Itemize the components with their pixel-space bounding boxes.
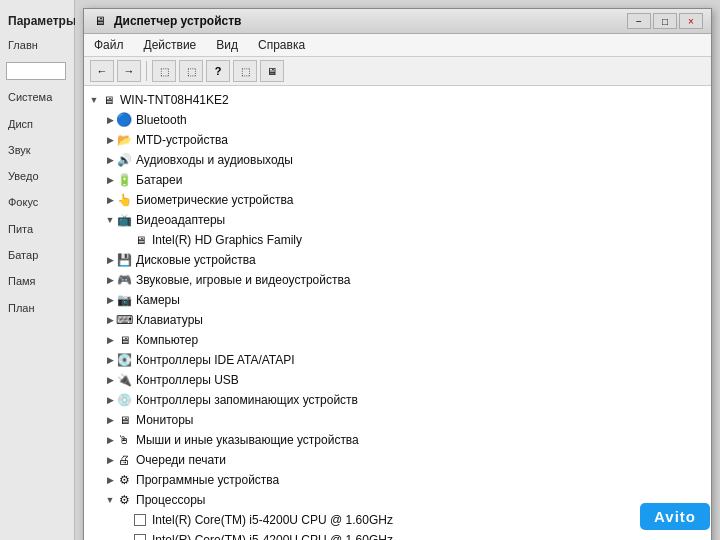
tree-item-label-8: Звуковые, игровые и видеоустройства bbox=[136, 271, 350, 289]
expand-icon-4[interactable]: ▶ bbox=[104, 194, 116, 206]
tree-items-container: ▶🔵Bluetooth▶📂MTD-устройства▶🔊Аудиовходы … bbox=[84, 110, 711, 540]
sidebar-item-8[interactable]: План bbox=[0, 295, 74, 321]
help-button[interactable]: ? bbox=[206, 60, 230, 82]
expand-icon-6 bbox=[120, 234, 132, 246]
tree-item-icon-15: 🖥 bbox=[116, 412, 132, 428]
tree-item-icon-1: 📂 bbox=[116, 132, 132, 148]
expand-icon-5[interactable]: ▼ bbox=[104, 214, 116, 226]
expand-icon-19[interactable]: ▼ bbox=[104, 494, 116, 506]
expand-icon-20 bbox=[120, 514, 132, 526]
update-button[interactable]: ⬚ bbox=[179, 60, 203, 82]
sidebar-item-4[interactable]: Фокус bbox=[0, 189, 74, 215]
tree-item-icon-9: 📷 bbox=[116, 292, 132, 308]
tree-item-1[interactable]: ▶📂MTD-устройства bbox=[84, 130, 711, 150]
tree-item-0[interactable]: ▶🔵Bluetooth bbox=[84, 110, 711, 130]
expand-icon-16[interactable]: ▶ bbox=[104, 434, 116, 446]
window-icon: 🖥 bbox=[92, 13, 108, 29]
tree-item-14[interactable]: ▶💿Контроллеры запоминающих устройств bbox=[84, 390, 711, 410]
avito-badge: Avito bbox=[640, 503, 710, 530]
tree-item-label-16: Мыши и иные указывающие устройства bbox=[136, 431, 359, 449]
sidebar-item-1[interactable]: Дисп bbox=[0, 111, 74, 137]
sidebar-item-7[interactable]: Памя bbox=[0, 268, 74, 294]
tree-item-19[interactable]: ▼⚙Процессоры bbox=[84, 490, 711, 510]
title-bar: 🖥 Диспетчер устройств − □ × bbox=[84, 9, 711, 34]
tree-item-9[interactable]: ▶📷Камеры bbox=[84, 290, 711, 310]
menu-help[interactable]: Справка bbox=[252, 36, 311, 54]
expand-icon-7[interactable]: ▶ bbox=[104, 254, 116, 266]
toolbar-btn-6[interactable]: 🖥 bbox=[260, 60, 284, 82]
expand-icon-18[interactable]: ▶ bbox=[104, 474, 116, 486]
tree-item-16[interactable]: ▶🖱Мыши и иные указывающие устройства bbox=[84, 430, 711, 450]
root-expand-icon: ▼ bbox=[88, 94, 100, 106]
main-area: 🖥 Диспетчер устройств − □ × Файл Действи… bbox=[75, 0, 720, 540]
tree-item-18[interactable]: ▶⚙Программные устройства bbox=[84, 470, 711, 490]
expand-icon-17[interactable]: ▶ bbox=[104, 454, 116, 466]
expand-icon-3[interactable]: ▶ bbox=[104, 174, 116, 186]
expand-icon-10[interactable]: ▶ bbox=[104, 314, 116, 326]
tree-item-icon-13: 🔌 bbox=[116, 372, 132, 388]
tree-item-17[interactable]: ▶🖨Очереди печати bbox=[84, 450, 711, 470]
menu-action[interactable]: Действие bbox=[138, 36, 203, 54]
tree-item-label-21: Intel(R) Core(TM) i5-4200U CPU @ 1.60GHz bbox=[152, 531, 393, 540]
tree-item-3[interactable]: ▶🔋Батареи bbox=[84, 170, 711, 190]
minimize-button[interactable]: − bbox=[627, 13, 651, 29]
tree-item-2[interactable]: ▶🔊Аудиовходы и аудиовыходы bbox=[84, 150, 711, 170]
tree-item-label-18: Программные устройства bbox=[136, 471, 279, 489]
expand-icon-9[interactable]: ▶ bbox=[104, 294, 116, 306]
tree-item-label-17: Очереди печати bbox=[136, 451, 226, 469]
tree-item-label-6: Intel(R) HD Graphics Family bbox=[152, 231, 302, 249]
tree-item-icon-4: 👆 bbox=[116, 192, 132, 208]
close-button[interactable]: × bbox=[679, 13, 703, 29]
tree-item-10[interactable]: ▶⌨Клавиатуры bbox=[84, 310, 711, 330]
tree-item-11[interactable]: ▶🖥Компьютер bbox=[84, 330, 711, 350]
expand-icon-21 bbox=[120, 534, 132, 540]
maximize-button[interactable]: □ bbox=[653, 13, 677, 29]
expand-icon-2[interactable]: ▶ bbox=[104, 154, 116, 166]
tree-item-20[interactable]: Intel(R) Core(TM) i5-4200U CPU @ 1.60GHz bbox=[84, 510, 711, 530]
tree-item-label-3: Батареи bbox=[136, 171, 182, 189]
tree-item-label-4: Биометрические устройства bbox=[136, 191, 293, 209]
sidebar-item-5[interactable]: Пита bbox=[0, 216, 74, 242]
sidebar-item-6[interactable]: Батар bbox=[0, 242, 74, 268]
properties-button[interactable]: ⬚ bbox=[152, 60, 176, 82]
tree-item-4[interactable]: ▶👆Биометрические устройства bbox=[84, 190, 711, 210]
expand-icon-12[interactable]: ▶ bbox=[104, 354, 116, 366]
expand-icon-14[interactable]: ▶ bbox=[104, 394, 116, 406]
expand-icon-0[interactable]: ▶ bbox=[104, 114, 116, 126]
toolbar: ← → ⬚ ⬚ ? ⬚ 🖥 bbox=[84, 57, 711, 86]
expand-icon-11[interactable]: ▶ bbox=[104, 334, 116, 346]
tree-item-21[interactable]: Intel(R) Core(TM) i5-4200U CPU @ 1.60GHz bbox=[84, 530, 711, 540]
tree-item-6[interactable]: 🖥Intel(R) HD Graphics Family bbox=[84, 230, 711, 250]
sidebar-item-3[interactable]: Уведо bbox=[0, 163, 74, 189]
menu-file[interactable]: Файл bbox=[88, 36, 130, 54]
tree-item-icon-14: 💿 bbox=[116, 392, 132, 408]
expand-icon-15[interactable]: ▶ bbox=[104, 414, 116, 426]
sidebar-nav[interactable]: Главн bbox=[0, 32, 74, 58]
sidebar-item-0[interactable]: Система bbox=[0, 84, 74, 110]
title-bar-left: 🖥 Диспетчер устройств bbox=[92, 13, 241, 29]
tree-item-7[interactable]: ▶💾Дисковые устройства bbox=[84, 250, 711, 270]
tree-content[interactable]: ▼ 🖥 WIN-TNT08H41KE2 ▶🔵Bluetooth▶📂MTD-уст… bbox=[84, 86, 711, 540]
tree-item-5[interactable]: ▼📺Видеоадаптеры bbox=[84, 210, 711, 230]
tree-item-label-10: Клавиатуры bbox=[136, 311, 203, 329]
tree-item-icon-11: 🖥 bbox=[116, 332, 132, 348]
expand-icon-1[interactable]: ▶ bbox=[104, 134, 116, 146]
tree-item-13[interactable]: ▶🔌Контроллеры USB bbox=[84, 370, 711, 390]
window-title: Диспетчер устройств bbox=[114, 14, 241, 28]
sidebar-search-input[interactable] bbox=[6, 62, 66, 80]
expand-icon-13[interactable]: ▶ bbox=[104, 374, 116, 386]
toolbar-btn-5[interactable]: ⬚ bbox=[233, 60, 257, 82]
back-button[interactable]: ← bbox=[90, 60, 114, 82]
tree-item-icon-5: 📺 bbox=[116, 212, 132, 228]
tree-item-icon-18: ⚙ bbox=[116, 472, 132, 488]
sidebar-item-2[interactable]: Звук bbox=[0, 137, 74, 163]
sidebar-title: Параметры bbox=[0, 8, 74, 32]
tree-item-15[interactable]: ▶🖥Мониторы bbox=[84, 410, 711, 430]
expand-icon-8[interactable]: ▶ bbox=[104, 274, 116, 286]
tree-root[interactable]: ▼ 🖥 WIN-TNT08H41KE2 bbox=[84, 90, 711, 110]
tree-item-12[interactable]: ▶💽Контроллеры IDE ATA/ATAPI bbox=[84, 350, 711, 370]
menu-view[interactable]: Вид bbox=[210, 36, 244, 54]
title-buttons: − □ × bbox=[627, 13, 703, 29]
forward-button[interactable]: → bbox=[117, 60, 141, 82]
tree-item-8[interactable]: ▶🎮Звуковые, игровые и видеоустройства bbox=[84, 270, 711, 290]
